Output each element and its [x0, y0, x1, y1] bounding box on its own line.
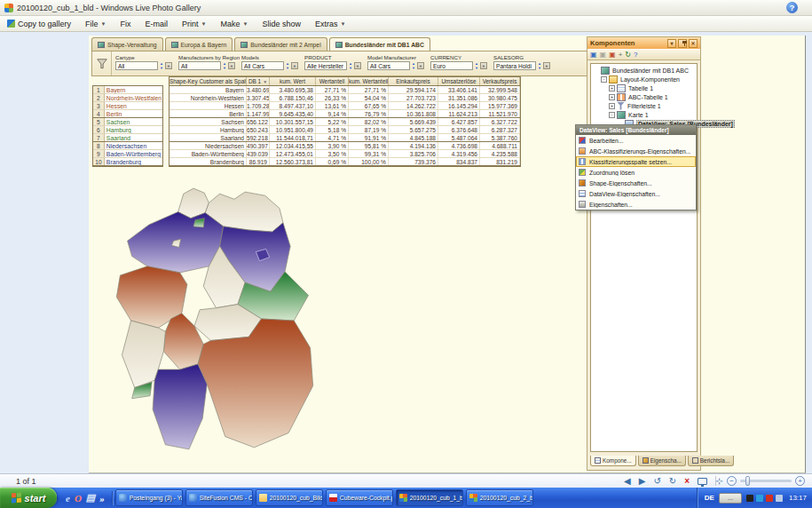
zoom-slider-handle[interactable] — [745, 476, 750, 486]
filter-combo[interactable]: Alle Hersteller — [304, 61, 347, 70]
abc-state-cell[interactable]: Nordrhein-Westfalen — [105, 94, 162, 101]
table-cell[interactable]: 6.427.857 — [438, 118, 480, 125]
table-cell[interactable]: 3.307.455 — [247, 94, 270, 101]
table-cell[interactable]: 6.287.327 — [480, 126, 520, 133]
table-cell[interactable]: 99,31 % — [349, 150, 389, 157]
table-cell[interactable]: 6.327.722 — [480, 118, 520, 125]
table-cell[interactable]: Nordrhein-Westfalen — [169, 94, 247, 101]
abc-state-cell[interactable]: Bayern — [105, 86, 162, 93]
filter-spinner[interactable]: ▲▼ — [222, 62, 227, 70]
abc-state-cell[interactable]: Brandenburg — [105, 158, 162, 165]
help-icon[interactable]: ? — [786, 2, 798, 13]
filter-spinner[interactable]: ▲▼ — [159, 62, 164, 70]
abc-state-cell[interactable]: Hamburg — [105, 126, 162, 133]
column-header[interactable]: Shape-Key Customer als Spalte — [169, 77, 247, 85]
filter-combo[interactable]: All Cars — [367, 61, 410, 70]
rotate-ccw-icon[interactable]: ↺ — [653, 476, 660, 487]
table-cell[interactable]: 4.235.588 — [480, 150, 520, 157]
table-cell[interactable]: 33.406.141 — [438, 86, 480, 93]
report-tab[interactable]: Europa & Bayern — [165, 37, 233, 51]
menu-item[interactable]: Slide show ▼ — [262, 20, 301, 28]
table-cell[interactable]: 5,22 % — [316, 118, 349, 125]
table-cell[interactable]: 86.919 — [247, 158, 270, 165]
panel-tab[interactable]: Kompone... — [590, 456, 636, 466]
table-cell[interactable]: 27,71 % — [349, 86, 389, 93]
previous-icon[interactable]: ◀ — [624, 476, 631, 487]
table-cell[interactable]: 1.147.998 — [247, 110, 270, 117]
table-cell[interactable]: 490.397 — [247, 142, 270, 149]
filter-combo[interactable]: All — [115, 61, 158, 70]
table-cell[interactable]: 650.243 — [247, 126, 270, 133]
toolbar-icon[interactable]: ▣ — [609, 51, 616, 60]
table-cell[interactable]: 10.361.808 — [389, 110, 438, 117]
table-cell[interactable]: 4.194.136 — [389, 142, 438, 149]
table-cell[interactable]: 831.219 — [480, 158, 520, 165]
table-cell[interactable]: 4,71 % — [316, 134, 349, 141]
report-tab[interactable]: Shape-Verwaltung — [91, 37, 163, 51]
table-cell[interactable]: 87,19 % — [349, 126, 389, 133]
table-cell[interactable]: 27.703.723 — [389, 94, 438, 101]
table-cell[interactable]: 8.497.437,10 — [270, 102, 316, 109]
table-cell[interactable]: 592.218 — [247, 134, 270, 141]
context-menu-item[interactable]: Zuordnung lösen — [576, 167, 696, 178]
tree-expander-icon[interactable]: - — [609, 112, 615, 118]
table-cell[interactable]: 6.376.648 — [438, 126, 480, 133]
table-cell[interactable]: 4.319.456 — [438, 150, 480, 157]
report-tab[interactable]: Bundesländer mit DB1 ABC — [329, 37, 430, 52]
panel-tab[interactable]: Berichtsla... — [688, 456, 734, 466]
table-cell[interactable]: 76,79 % — [349, 110, 389, 117]
taskbar-task-button[interactable]: 20100120_cub_Bildb... — [256, 489, 323, 506]
menu-item[interactable]: Copy to gallery ▼ — [7, 20, 71, 28]
tree-item[interactable]: + ABC-Tabelle 1 — [591, 92, 697, 101]
toolbar-icon[interactable]: + — [619, 51, 623, 60]
tree-expander-icon[interactable]: - — [601, 76, 607, 83]
filter-combo[interactable]: All — [178, 61, 221, 70]
report-tab[interactable]: Bundesländer mit 2 Ampel — [234, 37, 327, 51]
table-cell[interactable]: 100,00 % — [349, 158, 389, 165]
table-cell[interactable]: 31.351.086 — [438, 94, 480, 101]
table-cell[interactable]: 32.999.548 — [480, 86, 520, 93]
start-button[interactable]: start — [0, 488, 57, 508]
filter-hierarchy-icon[interactable]: ▾ — [480, 62, 487, 69]
filter-hierarchy-icon[interactable]: ▾ — [291, 62, 298, 69]
panel-menu-down-icon[interactable]: ▾ — [667, 39, 676, 48]
tree-item[interactable]: Bundesländer mit DB1 ABC — [591, 66, 697, 75]
slideshow-icon[interactable] — [698, 478, 707, 485]
tree-expander-icon[interactable]: + — [609, 103, 615, 109]
table-cell[interactable]: 656.122 — [247, 118, 270, 125]
table-cell[interactable]: 95,81 % — [349, 142, 389, 149]
tray-icon[interactable] — [756, 495, 763, 502]
tree-item[interactable]: + Filterleiste 1 — [591, 101, 697, 110]
table-cell[interactable]: 67,65 % — [349, 102, 389, 109]
column-header[interactable]: kum. Wert — [270, 77, 316, 85]
taskbar-task-button[interactable]: Cubeware-Cockpit.pd... — [326, 489, 393, 506]
panel-tab[interactable]: Eigenscha... — [638, 456, 686, 466]
abc-state-cell[interactable]: Hessen — [105, 102, 162, 109]
abc-state-cell[interactable]: Berlin — [105, 110, 162, 117]
language-bar-button[interactable]: ... — [719, 493, 742, 504]
column-header[interactable]: kum. Wertanteil — [349, 77, 389, 85]
tray-icon[interactable] — [766, 495, 773, 502]
table-cell[interactable]: 27,71 % — [316, 86, 349, 93]
filter-spinner[interactable]: ▲▼ — [285, 62, 290, 70]
column-header[interactable]: Verkaufspreis — [480, 77, 520, 85]
tree-expander-icon[interactable]: + — [609, 85, 615, 91]
abc-state-cell[interactable]: Saarland — [105, 134, 162, 141]
table-cell[interactable]: 91,91 % — [349, 134, 389, 141]
table-cell[interactable]: 3,90 % — [316, 142, 349, 149]
table-cell[interactable]: 14.262.722 — [389, 102, 438, 109]
table-cell[interactable]: 6.788.150,46 — [270, 94, 316, 101]
table-cell[interactable]: 11.521.970 — [480, 110, 520, 117]
table-cell[interactable]: 4.845.188 — [389, 134, 438, 141]
menu-item[interactable]: Extras ▼ — [315, 20, 345, 28]
table-cell[interactable]: 9.645.435,40 — [270, 110, 316, 117]
table-cell[interactable]: 834.837 — [438, 158, 480, 165]
context-menu-item[interactable]: ABC-Klassifizierungs-Eigenschaften... — [576, 146, 696, 156]
menu-item[interactable]: Make ▼ — [220, 20, 248, 28]
taskbar-task-button[interactable]: 20100120_cub_1_bl... — [396, 489, 463, 506]
rotate-cw-icon[interactable]: ↻ — [669, 476, 676, 487]
fit-to-window-icon[interactable]: ⊹ — [716, 476, 723, 486]
table-cell[interactable]: 4.736.698 — [438, 142, 480, 149]
table-cell[interactable]: Brandenburg — [169, 158, 247, 165]
table-cell[interactable]: 10.301.557,15 — [270, 118, 316, 125]
